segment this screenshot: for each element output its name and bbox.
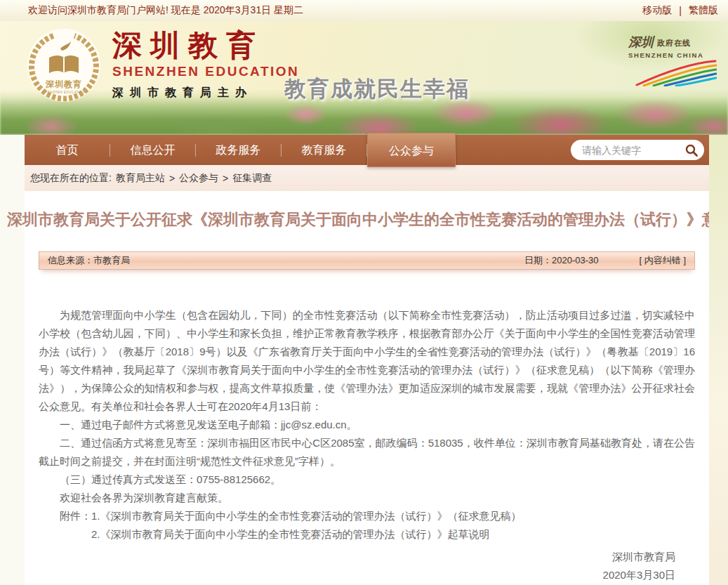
nav-item-home[interactable]: 首页 xyxy=(25,135,110,165)
paragraph-welcome: 欢迎社会各界为深圳教育建言献策。 xyxy=(39,489,695,507)
gov-logo-text: 深圳 政府在线 xyxy=(628,34,721,51)
topbar-divider: | xyxy=(679,5,682,16)
topbar-links: 移动版 | 繁體版 xyxy=(642,4,718,17)
breadcrumb-separator: > xyxy=(169,173,175,184)
signature-org: 深圳市教育局 xyxy=(39,548,695,566)
breadcrumb-current: 征集调查 xyxy=(232,172,272,185)
background-strip xyxy=(709,135,728,585)
gov-logo-cn: 深圳 xyxy=(628,34,654,51)
signature-date: 2020年3月30日 xyxy=(39,566,695,584)
paragraph-fax-channel: （三）通过传真方式发送至：0755-88125662。 xyxy=(39,471,695,489)
article-body: 为规范管理面向中小学生（包含在园幼儿，下同）的全市性竞赛活动（以下简称全市性竞赛… xyxy=(39,306,695,544)
main-nav: 首页 信息公开 政务服务 教育服务 公众参与 xyxy=(25,135,709,165)
site-host-label: 深圳市教育局主办 xyxy=(112,86,299,100)
paragraph-attachment-2: 2.《深圳市教育局关于面向中小学生的全市性竞赛活动的管理办法（试行）》起草说明 xyxy=(39,525,695,544)
education-emblem-icon: 深圳教育 SHENZHEN EDUCATION xyxy=(27,28,101,103)
mobile-version-link[interactable]: 移动版 xyxy=(642,4,672,17)
nav-item-education-services[interactable]: 教育服务 xyxy=(282,135,366,165)
gov-logo-cn2: 政府在线 xyxy=(657,38,691,51)
header-banner: 深圳教育 SHENZHEN EDUCATION 深圳教育 SHENZHEN ED… xyxy=(0,21,728,135)
site-logo[interactable]: 深圳教育 SHENZHEN EDUCATION 深圳教育 SHENZHEN ED… xyxy=(27,28,299,103)
breadcrumb-prefix: 您现在所在的位置: xyxy=(30,172,112,185)
article-meta-right: 日期：2020-03-30 [ 内容纠错 ] xyxy=(524,254,686,267)
traditional-version-link[interactable]: 繁體版 xyxy=(689,4,718,17)
site-logo-text: 深圳教育 SHENZHEN EDUCATION 深圳市教育局主办 xyxy=(112,30,299,100)
banner-slogan: 教育成就民生幸福 xyxy=(284,74,470,104)
paragraph-mail-channel: 二、通过信函方式将意见寄至：深圳市福田区市民中心C区2085室，邮政编码：518… xyxy=(39,434,695,471)
nav-item-gov-services[interactable]: 政务服务 xyxy=(196,135,281,165)
shenzhen-gov-online-logo[interactable]: 深圳 政府在线 SHENZHEN CHINA xyxy=(628,34,721,86)
search-input[interactable] xyxy=(581,144,684,157)
emblem-cn-text: 深圳教育 xyxy=(45,79,82,89)
topbar: 欢迎访问深圳市教育局门户网站! 现在是 2020年3月31日 星期二 移动版 |… xyxy=(0,0,728,21)
main-column: 首页 信息公开 政务服务 教育服务 公众参与 您现在所在的位置: 教育局主站 >… xyxy=(25,135,709,585)
nav-item-public-participation[interactable]: 公众参与 xyxy=(367,133,456,167)
gov-logo-en: SHENZHEN CHINA xyxy=(628,51,721,59)
content-correction-link[interactable]: [ 内容纠错 ] xyxy=(640,254,686,267)
article-source: 信息来源：市教育局 xyxy=(48,254,130,267)
breadcrumb-separator: > xyxy=(223,173,228,184)
site-title-en: SHENZHEN EDUCATION xyxy=(112,64,299,79)
search-icon xyxy=(684,143,699,157)
rainbow-wing-icon xyxy=(635,60,717,86)
search-box xyxy=(571,140,704,160)
paragraph-email-channel: 一、通过电子邮件方式将意见发送至电子邮箱：jjc@sz.edu.cn。 xyxy=(39,416,695,434)
nav-item-info-disclosure[interactable]: 信息公开 xyxy=(110,135,195,165)
search-button[interactable] xyxy=(684,143,699,157)
breadcrumb-link-main-site[interactable]: 教育局主站 xyxy=(116,172,165,185)
article-meta-bar: 信息来源：市教育局 日期：2020-03-30 [ 内容纠错 ] xyxy=(39,251,695,270)
breadcrumb-link-public-participation[interactable]: 公众参与 xyxy=(179,172,218,185)
article: 深圳市教育局关于公开征求《深圳市教育局关于面向中小学生的全市性竞赛活动的管理办法… xyxy=(25,191,709,584)
site-title: 深圳教育 xyxy=(112,30,299,61)
article-date: 日期：2020-03-30 xyxy=(524,254,599,267)
paragraph-attachment-1: 附件：1.《深圳市教育局关于面向中小学生的全市性竞赛活动的管理办法（试行）》（征… xyxy=(39,507,695,525)
article-title: 深圳市教育局关于公开征求《深圳市教育局关于面向中小学生的全市性竞赛活动的管理办法… xyxy=(7,209,727,230)
paragraph-intro: 为规范管理面向中小学生（包含在园幼儿，下同）的全市性竞赛活动（以下简称全市性竞赛… xyxy=(39,306,695,416)
breadcrumb: 您现在所在的位置: 教育局主站 > 公众参与 > 征集调查 xyxy=(25,165,709,191)
welcome-text: 欢迎访问深圳市教育局门户网站! 现在是 2020年3月31日 星期二 xyxy=(28,4,303,17)
emblem-en-text: SHENZHEN EDUCATION xyxy=(42,91,85,94)
